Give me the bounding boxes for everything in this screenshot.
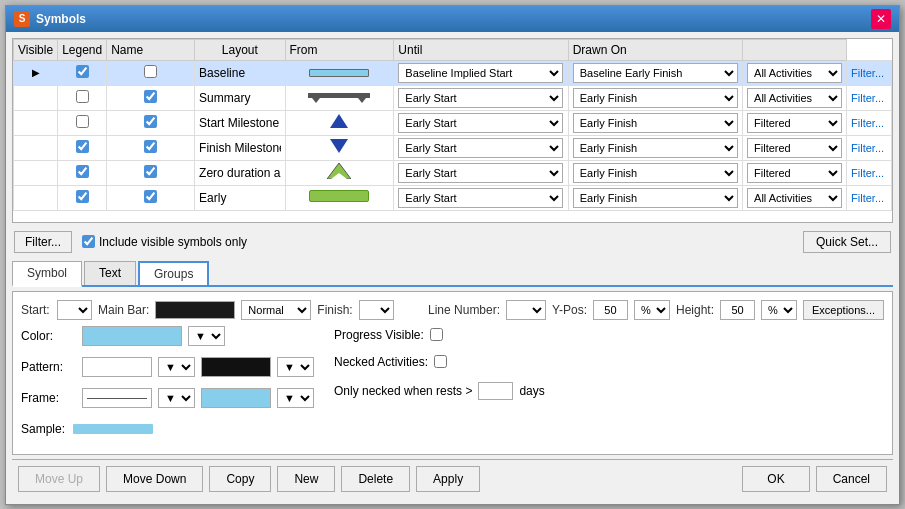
drawn-on-select-early[interactable]: All Activities [747,188,842,208]
height-input[interactable] [720,300,755,320]
table-row[interactable]: Early StartEarly FinishFilteredFilter... [14,160,892,185]
frame-box-right[interactable] [201,388,271,408]
necked-days-input[interactable] [478,382,513,400]
drawn-on-select-zero_duration[interactable]: Filtered [747,163,842,183]
filter-link-zero_duration[interactable]: Filter... [851,167,884,179]
table-row[interactable]: ▶Baseline Implied StartBaseline Early Fi… [14,60,892,85]
filter-link-baseline[interactable]: Filter... [851,67,884,79]
title-bar: S Symbols ✕ [6,6,899,32]
visible-symbols-label: Include visible symbols only [99,235,247,249]
visible-checkbox-zero_duration[interactable] [76,165,89,178]
header-from: From [285,39,394,60]
move-down-button[interactable]: Move Down [106,466,203,492]
filter-link-summary[interactable]: Filter... [851,92,884,104]
frame-row: Frame: ▼ ▼ [21,388,314,408]
until-select-baseline[interactable]: Baseline Early Finish [573,63,738,83]
table-row[interactable]: Early StartEarly FinishFilteredFilter... [14,110,892,135]
tab-symbol[interactable]: Symbol [12,261,82,287]
until-select-summary[interactable]: Early Finish [573,88,738,108]
pattern-left-dropdown[interactable]: ▼ [158,357,195,377]
finish-dropdown[interactable] [359,300,394,320]
name-input-start_milestone[interactable] [199,116,280,130]
necked-checkbox[interactable] [434,355,447,368]
from-select-summary[interactable]: Early Start [398,88,563,108]
visible-checkbox-start_milestone[interactable] [76,115,89,128]
title-bar-left: S Symbols [14,11,86,27]
close-button[interactable]: ✕ [871,9,891,29]
visible-checkbox-summary[interactable] [76,90,89,103]
pattern-box-right[interactable] [201,357,271,377]
move-up-button[interactable]: Move Up [18,466,100,492]
from-select-zero_duration[interactable]: Early Start [398,163,563,183]
ok-button[interactable]: OK [742,466,809,492]
tab-groups[interactable]: Groups [138,261,209,285]
progress-row: Progress Visible: [334,328,545,342]
apply-button[interactable]: Apply [416,466,480,492]
filter-link-early[interactable]: Filter... [851,192,884,204]
drawn-on-select-finish_milestone[interactable]: Filtered [747,138,842,158]
ypos-input[interactable] [593,300,628,320]
drawn-on-select-summary[interactable]: All Activities [747,88,842,108]
name-input-zero_duration[interactable] [199,166,280,180]
from-select-early[interactable]: Early Start [398,188,563,208]
header-layout: Layout [195,39,285,60]
name-input-summary[interactable] [199,91,280,105]
until-select-zero_duration[interactable]: Early Finish [573,163,738,183]
frame-right-dropdown[interactable]: ▼ [277,388,314,408]
pattern-right-dropdown[interactable]: ▼ [277,357,314,377]
visible-symbols-checkbox-label[interactable]: Include visible symbols only [82,235,247,249]
frame-left-dropdown[interactable]: ▼ [158,388,195,408]
tab-text[interactable]: Text [84,261,136,285]
legend-checkbox-zero_duration[interactable] [144,165,157,178]
visible-symbols-checkbox[interactable] [82,235,95,248]
line-number-label: Line Number: [428,303,500,317]
cancel-button[interactable]: Cancel [816,466,887,492]
pattern-box-left[interactable] [82,357,152,377]
name-input-finish_milestone[interactable] [199,141,280,155]
from-select-baseline[interactable]: Baseline Implied Start [398,63,563,83]
visible-checkbox-early[interactable] [76,190,89,203]
copy-button[interactable]: Copy [209,466,271,492]
header-visible: Visible [14,39,58,60]
until-select-finish_milestone[interactable]: Early Finish [573,138,738,158]
table-row[interactable]: Early StartEarly FinishAll ActivitiesFil… [14,185,892,210]
from-select-start_milestone[interactable]: Early Start [398,113,563,133]
legend-checkbox-baseline[interactable] [144,65,157,78]
quickset-button[interactable]: Quick Set... [803,231,891,253]
ypos-dropdown[interactable]: % [634,300,670,320]
from-select-finish_milestone[interactable]: Early Start [398,138,563,158]
name-input-baseline[interactable] [199,66,280,80]
bottom-bar: Move Up Move Down Copy New Delete Apply … [12,459,893,498]
until-select-start_milestone[interactable]: Early Finish [573,113,738,133]
drawn-on-select-baseline[interactable]: All Activities [747,63,842,83]
progress-visible-checkbox[interactable] [430,328,443,341]
mainbar-style-dropdown[interactable]: Normal [241,300,311,320]
filter-link-start_milestone[interactable]: Filter... [851,117,884,129]
legend-checkbox-summary[interactable] [144,90,157,103]
frame-box-left[interactable] [82,388,152,408]
color-box[interactable] [82,326,182,346]
table-row[interactable]: Early StartEarly FinishAll ActivitiesFil… [14,85,892,110]
mainbar-color-box [155,301,235,319]
legend-checkbox-start_milestone[interactable] [144,115,157,128]
layout-cell-early [285,185,394,210]
delete-button[interactable]: Delete [341,466,410,492]
start-dropdown[interactable] [57,300,92,320]
line-number-dropdown[interactable] [506,300,546,320]
table-row[interactable]: Early StartEarly FinishFilteredFilter... [14,135,892,160]
visible-checkbox-finish_milestone[interactable] [76,140,89,153]
pattern-label: Pattern: [21,360,76,374]
drawn-on-select-start_milestone[interactable]: Filtered [747,113,842,133]
name-input-early[interactable] [199,191,280,205]
until-select-early[interactable]: Early Finish [573,188,738,208]
legend-checkbox-early[interactable] [144,190,157,203]
filter-row: Filter... Include visible symbols only Q… [12,227,893,257]
color-dropdown[interactable]: ▼ [188,326,225,346]
legend-checkbox-finish_milestone[interactable] [144,140,157,153]
height-dropdown[interactable]: % [761,300,797,320]
filter-button[interactable]: Filter... [14,231,72,253]
exceptions-button[interactable]: Exceptions... [803,300,884,320]
new-button[interactable]: New [277,466,335,492]
filter-link-finish_milestone[interactable]: Filter... [851,142,884,154]
visible-checkbox-baseline[interactable] [76,65,89,78]
